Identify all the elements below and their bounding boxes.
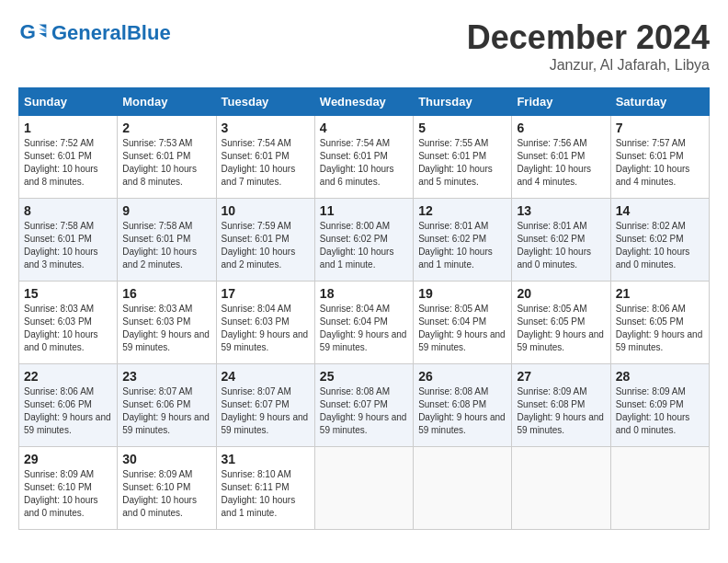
calendar-cell: 31 Sunrise: 8:10 AM Sunset: 6:11 PM Dayl… <box>216 447 314 530</box>
svg-marker-2 <box>39 29 46 33</box>
calendar-cell: 20 Sunrise: 8:05 AM Sunset: 6:05 PM Dayl… <box>512 282 610 364</box>
day-info: Sunrise: 8:06 AM Sunset: 6:05 PM Dayligh… <box>616 303 704 354</box>
day-info: Sunrise: 7:56 AM Sunset: 6:01 PM Dayligh… <box>517 137 605 189</box>
day-info: Sunrise: 8:07 AM Sunset: 6:07 PM Dayligh… <box>222 385 310 437</box>
week-row-5: 29 Sunrise: 8:09 AM Sunset: 6:10 PM Dayl… <box>19 447 710 530</box>
calendar-table: SundayMondayTuesdayWednesdayThursdayFrid… <box>18 87 710 530</box>
day-info: Sunrise: 8:07 AM Sunset: 6:06 PM Dayligh… <box>122 385 210 437</box>
weekday-header-wednesday: Wednesday <box>314 88 413 116</box>
day-info: Sunrise: 7:52 AM Sunset: 6:01 PM Dayligh… <box>24 137 112 189</box>
day-info: Sunrise: 7:55 AM Sunset: 6:01 PM Dayligh… <box>418 137 506 189</box>
day-number: 3 <box>222 121 310 135</box>
calendar-cell: 26 Sunrise: 8:08 AM Sunset: 6:08 PM Dayl… <box>414 364 512 447</box>
calendar-cell: 4 Sunrise: 7:54 AM Sunset: 6:01 PM Dayli… <box>314 116 413 199</box>
day-number: 1 <box>24 121 112 135</box>
day-info: Sunrise: 7:58 AM Sunset: 6:01 PM Dayligh… <box>122 220 210 271</box>
day-info: Sunrise: 8:08 AM Sunset: 6:07 PM Dayligh… <box>320 385 408 437</box>
day-info: Sunrise: 7:58 AM Sunset: 6:01 PM Dayligh… <box>24 220 112 271</box>
calendar-cell: 11 Sunrise: 8:00 AM Sunset: 6:02 PM Dayl… <box>314 199 413 282</box>
day-number: 7 <box>616 121 704 135</box>
calendar-cell: 14 Sunrise: 8:02 AM Sunset: 6:02 PM Dayl… <box>610 199 709 282</box>
day-number: 30 <box>122 452 210 466</box>
day-number: 29 <box>24 452 112 466</box>
calendar-cell: 10 Sunrise: 7:59 AM Sunset: 6:01 PM Dayl… <box>216 199 314 282</box>
day-info: Sunrise: 7:54 AM Sunset: 6:01 PM Dayligh… <box>320 137 408 189</box>
day-info: Sunrise: 8:09 AM Sunset: 6:08 PM Dayligh… <box>517 385 605 437</box>
day-info: Sunrise: 7:53 AM Sunset: 6:01 PM Dayligh… <box>122 137 210 189</box>
day-info: Sunrise: 7:54 AM Sunset: 6:01 PM Dayligh… <box>222 137 310 189</box>
day-number: 24 <box>222 369 310 384</box>
week-row-2: 8 Sunrise: 7:58 AM Sunset: 6:01 PM Dayli… <box>19 199 710 282</box>
title-block: December 2024 Janzur, Al Jafarah, Libya <box>467 18 710 74</box>
day-number: 15 <box>24 286 112 301</box>
day-info: Sunrise: 8:01 AM Sunset: 6:02 PM Dayligh… <box>418 220 506 271</box>
calendar-cell: 13 Sunrise: 8:01 AM Sunset: 6:02 PM Dayl… <box>512 199 610 282</box>
page-header: G GeneralBlue December 2024 Janzur, Al J… <box>18 18 710 74</box>
calendar-cell: 17 Sunrise: 8:04 AM Sunset: 6:03 PM Dayl… <box>216 282 314 364</box>
day-number: 22 <box>24 369 112 384</box>
day-number: 27 <box>517 369 605 384</box>
weekday-header-tuesday: Tuesday <box>216 88 314 116</box>
location: Janzur, Al Jafarah, Libya <box>467 57 710 74</box>
calendar-cell <box>314 447 413 530</box>
weekday-header-friday: Friday <box>512 88 610 116</box>
logo-icon: G <box>18 18 48 48</box>
calendar-cell: 8 Sunrise: 7:58 AM Sunset: 6:01 PM Dayli… <box>19 199 118 282</box>
calendar-cell: 18 Sunrise: 8:04 AM Sunset: 6:04 PM Dayl… <box>314 282 413 364</box>
day-number: 8 <box>24 203 112 218</box>
calendar-cell: 7 Sunrise: 7:57 AM Sunset: 6:01 PM Dayli… <box>610 116 709 199</box>
calendar-cell <box>512 447 610 530</box>
day-number: 2 <box>122 121 210 135</box>
calendar-cell: 12 Sunrise: 8:01 AM Sunset: 6:02 PM Dayl… <box>414 199 512 282</box>
day-info: Sunrise: 8:10 AM Sunset: 6:11 PM Dayligh… <box>222 468 310 520</box>
calendar-cell <box>414 447 512 530</box>
day-info: Sunrise: 7:57 AM Sunset: 6:01 PM Dayligh… <box>616 137 704 189</box>
calendar-cell: 23 Sunrise: 8:07 AM Sunset: 6:06 PM Dayl… <box>118 364 216 447</box>
day-number: 26 <box>418 369 506 384</box>
day-info: Sunrise: 8:04 AM Sunset: 6:03 PM Dayligh… <box>222 303 310 354</box>
week-row-1: 1 Sunrise: 7:52 AM Sunset: 6:01 PM Dayli… <box>19 116 710 199</box>
day-info: Sunrise: 8:06 AM Sunset: 6:06 PM Dayligh… <box>24 385 112 437</box>
day-info: Sunrise: 8:05 AM Sunset: 6:04 PM Dayligh… <box>418 303 506 354</box>
calendar-cell: 16 Sunrise: 8:03 AM Sunset: 6:03 PM Dayl… <box>118 282 216 364</box>
calendar-cell: 1 Sunrise: 7:52 AM Sunset: 6:01 PM Dayli… <box>19 116 118 199</box>
calendar-cell: 15 Sunrise: 8:03 AM Sunset: 6:03 PM Dayl… <box>19 282 118 364</box>
day-number: 16 <box>122 286 210 301</box>
day-info: Sunrise: 8:04 AM Sunset: 6:04 PM Dayligh… <box>320 303 408 354</box>
calendar-cell: 27 Sunrise: 8:09 AM Sunset: 6:08 PM Dayl… <box>512 364 610 447</box>
logo-general: GeneralBlue <box>51 21 171 44</box>
day-number: 6 <box>517 121 605 135</box>
calendar-cell: 25 Sunrise: 8:08 AM Sunset: 6:07 PM Dayl… <box>314 364 413 447</box>
day-number: 12 <box>418 203 506 218</box>
day-info: Sunrise: 8:03 AM Sunset: 6:03 PM Dayligh… <box>24 303 112 354</box>
day-info: Sunrise: 8:02 AM Sunset: 6:02 PM Dayligh… <box>616 220 704 271</box>
day-number: 19 <box>418 286 506 301</box>
day-info: Sunrise: 8:09 AM Sunset: 6:09 PM Dayligh… <box>616 385 704 437</box>
svg-marker-1 <box>39 24 46 29</box>
calendar-cell: 24 Sunrise: 8:07 AM Sunset: 6:07 PM Dayl… <box>216 364 314 447</box>
day-number: 28 <box>616 369 704 384</box>
day-info: Sunrise: 7:59 AM Sunset: 6:01 PM Dayligh… <box>222 220 310 271</box>
day-info: Sunrise: 8:01 AM Sunset: 6:02 PM Dayligh… <box>517 220 605 271</box>
svg-marker-3 <box>39 33 46 38</box>
day-info: Sunrise: 8:00 AM Sunset: 6:02 PM Dayligh… <box>320 220 408 271</box>
calendar-cell: 2 Sunrise: 7:53 AM Sunset: 6:01 PM Dayli… <box>118 116 216 199</box>
calendar-cell: 30 Sunrise: 8:09 AM Sunset: 6:10 PM Dayl… <box>118 447 216 530</box>
day-number: 25 <box>320 369 408 384</box>
day-number: 9 <box>122 203 210 218</box>
day-number: 5 <box>418 121 506 135</box>
day-info: Sunrise: 8:09 AM Sunset: 6:10 PM Dayligh… <box>24 468 112 520</box>
calendar-cell: 28 Sunrise: 8:09 AM Sunset: 6:09 PM Dayl… <box>610 364 709 447</box>
month-title: December 2024 <box>467 18 710 57</box>
day-number: 20 <box>517 286 605 301</box>
weekday-header-saturday: Saturday <box>610 88 709 116</box>
week-row-3: 15 Sunrise: 8:03 AM Sunset: 6:03 PM Dayl… <box>19 282 710 364</box>
day-number: 23 <box>122 369 210 384</box>
day-number: 18 <box>320 286 408 301</box>
day-number: 11 <box>320 203 408 218</box>
day-info: Sunrise: 8:03 AM Sunset: 6:03 PM Dayligh… <box>122 303 210 354</box>
day-number: 14 <box>616 203 704 218</box>
calendar-cell: 3 Sunrise: 7:54 AM Sunset: 6:01 PM Dayli… <box>216 116 314 199</box>
calendar-cell: 29 Sunrise: 8:09 AM Sunset: 6:10 PM Dayl… <box>19 447 118 530</box>
logo: G GeneralBlue <box>18 18 171 48</box>
